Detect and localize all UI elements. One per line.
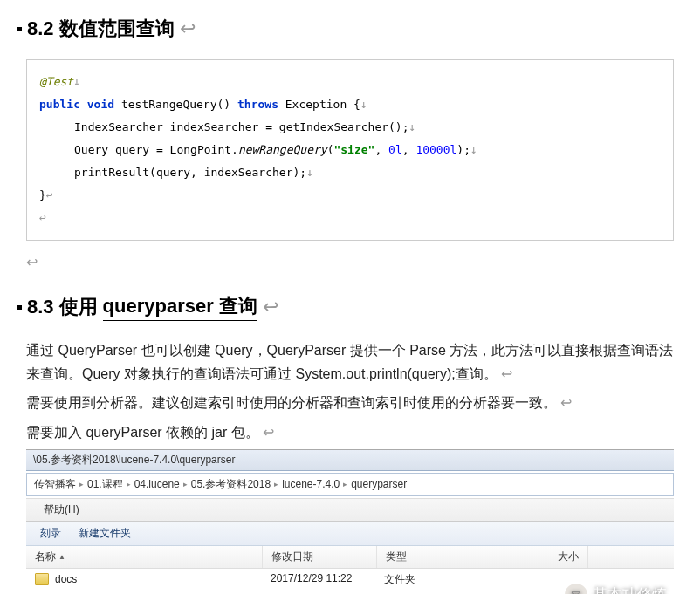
code-block: @Test↓ public void testRangeQuery() thro… <box>26 59 674 241</box>
column-header-type[interactable]: 类型 <box>377 546 491 568</box>
para-text: 需要加入 <box>26 425 86 440</box>
column-header-size[interactable]: 大小 <box>491 546 588 568</box>
explorer-toolbar: 刻录 新建文件夹 <box>26 522 674 546</box>
body-paragraph-2: 需要使用到分析器。建议创建索引时使用的分析器和查询索引时使用的分析器要一致。 ↩ <box>26 391 674 414</box>
code-line: printResult(query, indexSearcher);↓ <box>39 161 661 184</box>
toolbar-burn-button[interactable]: 刻录 <box>40 526 61 541</box>
newline-mark-icon: ↓ <box>73 75 80 88</box>
chevron-right-icon: ▸ <box>79 480 84 488</box>
newline-mark-icon: ↓ <box>360 98 367 111</box>
menu-bar[interactable]: 帮助(H) <box>26 498 674 522</box>
code-text: (query, <box>149 166 204 179</box>
var-name: indexSearcher <box>170 120 259 134</box>
term-queryparser: QueryParser <box>267 343 350 358</box>
sort-asc-icon: ▲ <box>58 553 65 561</box>
body-paragraph-3: 需要加入 queryParser 依赖的 jar 包。 ↩ <box>26 420 674 444</box>
breadcrumb-item[interactable]: 01.课程 <box>87 477 123 492</box>
keyword: public <box>39 98 80 111</box>
breadcrumb[interactable]: 传智播客▸ 01.课程▸ 04.lucene▸ 05.参考资料2018▸ luc… <box>26 473 674 496</box>
folder-icon <box>35 573 49 585</box>
bullet-icon <box>17 27 22 31</box>
file-date: 2017/12/29 11:22 <box>262 570 375 589</box>
chevron-right-icon: ▸ <box>274 480 278 488</box>
code-text: ); <box>292 166 306 179</box>
code-fragment: System.out.println(query); <box>295 366 455 382</box>
wechat-icon: ✉ <box>565 584 587 594</box>
code-line: public void testRangeQuery() throws Exce… <box>39 93 661 116</box>
paragraph-mark-icon: ↩ <box>39 211 46 224</box>
code-line: ↩ <box>39 207 661 229</box>
heading-8-3: 8.3 使用 queryparser 查询 ↩ <box>17 293 683 321</box>
newline-mark-icon: ↓ <box>470 143 477 156</box>
code-text: , <box>374 143 388 156</box>
paragraph-mark-icon: ↩ <box>263 425 274 440</box>
code-text: . <box>231 143 238 156</box>
explorer-titlebar-path: \05.参考资料2018\lucene-7.4.0\queryparser <box>26 450 674 471</box>
code-line: IndexSearcher indexSearcher = getIndexSe… <box>39 116 661 139</box>
number-literal: 0l <box>388 143 402 156</box>
annotation: @Test <box>39 75 73 88</box>
breadcrumb-item[interactable]: 05.参考资料2018 <box>191 477 271 492</box>
code-text: = <box>149 143 169 156</box>
empty-line: ↩ <box>26 254 674 270</box>
keyword: throws <box>237 98 278 111</box>
heading-underlined: queryparser 查询 <box>103 293 257 321</box>
heading-number: 8.3 <box>27 296 54 318</box>
watermark: ✉ 基本功修炼 <box>565 584 667 594</box>
paragraph-mark-icon: ↩ <box>263 296 278 318</box>
file-type: 文件夹 <box>375 570 489 589</box>
term-queryparser: QueryParser <box>58 343 141 358</box>
code-text: () <box>217 98 231 111</box>
arg-name: indexSearcher <box>204 166 293 180</box>
code-line: Query query = LongPoint.newRangeQuery("s… <box>39 139 661 161</box>
heading-8-2: 8.2 数值范围查询 ↩ <box>17 16 683 42</box>
code-text: , <box>402 143 416 156</box>
code-line: }↩ <box>39 184 661 207</box>
chevron-right-icon: ▸ <box>127 480 131 488</box>
code-text: } <box>39 188 46 201</box>
para-text: 通过 <box>26 343 58 358</box>
code-line: @Test↓ <box>39 71 661 93</box>
paragraph-mark-icon: ↩ <box>26 255 38 270</box>
breadcrumb-item[interactable]: lucene-7.4.0 <box>282 478 340 490</box>
body-paragraph-1: 通过 QueryParser 也可以创建 Query，QueryParser 提… <box>26 338 674 386</box>
code-text: (); <box>388 120 408 133</box>
paragraph-mark-icon: ↩ <box>560 395 572 410</box>
para-text: 也可以创建 Query， <box>141 343 267 358</box>
bullet-icon <box>17 305 22 310</box>
column-header-name[interactable]: 名称 ▲ <box>26 546 263 568</box>
term-queryparser: queryParser <box>86 425 166 440</box>
method-call: newRangeQuery <box>238 143 327 157</box>
watermark-text: 基本功修炼 <box>593 584 667 594</box>
chevron-right-icon: ▸ <box>343 480 347 488</box>
newline-mark-icon: ↓ <box>409 120 416 133</box>
toolbar-newfolder-button[interactable]: 新建文件夹 <box>79 526 131 541</box>
type-name: IndexSearcher <box>74 120 163 134</box>
para-text: 依赖的 jar 包。 <box>166 425 259 440</box>
call-name: getIndexSearcher <box>279 120 388 134</box>
column-header-date[interactable]: 修改日期 <box>263 546 377 568</box>
heading-prefix: 使用 <box>59 294 98 320</box>
paragraph-mark-icon: ↩ <box>46 188 53 201</box>
chevron-right-icon: ▸ <box>183 480 188 488</box>
method-name: testRangeQuery <box>121 98 217 112</box>
para-text: 需要使用到分析器。建议创建索引时使用的分析器和查询索引时使用的分析器要一致。 <box>26 395 557 410</box>
keyword: void <box>87 98 114 111</box>
class-name: LongPoint <box>170 143 231 157</box>
call-name: printResult <box>74 166 149 180</box>
var-name: query <box>115 143 149 157</box>
breadcrumb-item[interactable]: 04.lucene <box>134 478 180 490</box>
heading-number: 8.2 <box>27 17 54 40</box>
breadcrumb-item[interactable]: queryparser <box>351 478 407 490</box>
column-headers[interactable]: 名称 ▲ 修改日期 类型 大小 <box>26 546 674 569</box>
number-literal: 10000l <box>415 143 456 156</box>
code-text: ); <box>456 143 470 156</box>
paragraph-mark-icon: ↩ <box>180 17 196 40</box>
code-text: Exception { <box>285 98 360 111</box>
newline-mark-icon: ↓ <box>306 166 313 179</box>
paragraph-mark-icon: ↩ <box>501 366 512 381</box>
breadcrumb-item[interactable]: 传智播客 <box>34 477 76 492</box>
string-literal: "size" <box>333 143 374 156</box>
menu-help[interactable]: 帮助(H) <box>44 503 79 515</box>
code-text: = <box>258 120 278 133</box>
